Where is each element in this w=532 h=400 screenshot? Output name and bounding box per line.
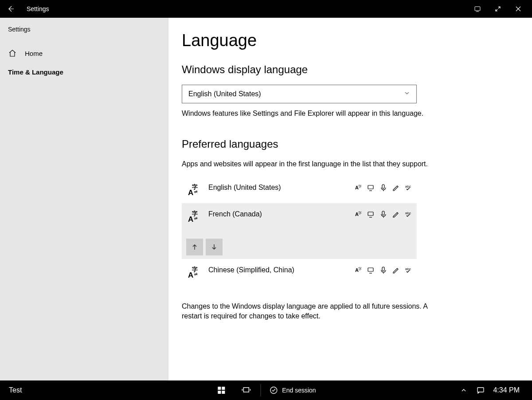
sidebar: Settings Home Time & Language xyxy=(0,18,168,380)
svg-rect-22 xyxy=(368,268,373,271)
text-to-speech-icon xyxy=(367,184,375,192)
section-display-language-title: Windows display language xyxy=(182,63,505,76)
preferred-help: Apps and websites will appear in the fir… xyxy=(182,159,430,169)
language-item-english[interactable]: 字A⇄ English (United States) A字 abc xyxy=(182,176,417,203)
cast-button[interactable] xyxy=(467,0,488,18)
svg-text:abc: abc xyxy=(405,267,411,271)
svg-text:⇄: ⇄ xyxy=(194,272,198,276)
language-glyph-icon: 字A⇄ xyxy=(186,183,200,197)
move-down-button[interactable] xyxy=(206,239,223,255)
svg-text:abc: abc xyxy=(405,184,411,188)
taskbar: Test End session 4:34 PM xyxy=(0,380,532,400)
language-item-chinese[interactable]: 字A⇄ Chinese (Simplified, China) A字 abc xyxy=(182,259,417,286)
footer-note: Changes to the Windows display language … xyxy=(182,302,430,322)
close-button[interactable] xyxy=(508,0,528,18)
notification-icon xyxy=(477,386,485,394)
start-button[interactable] xyxy=(209,380,234,400)
svg-text:abc: abc xyxy=(405,211,411,215)
notifications-button[interactable] xyxy=(472,380,489,400)
taskbar-divider xyxy=(260,384,261,396)
svg-text:A: A xyxy=(188,271,193,279)
language-name: English (United States) xyxy=(208,183,347,192)
cast-icon xyxy=(474,5,481,12)
language-glyph-icon: 字A⇄ xyxy=(186,265,200,279)
svg-rect-31 xyxy=(477,388,484,392)
svg-rect-25 xyxy=(218,387,221,390)
language-name: Chinese (Simplified, China) xyxy=(208,265,347,274)
display-language-icon: A字 xyxy=(355,266,363,274)
preferred-language-list: 字A⇄ English (United States) A字 abc xyxy=(182,176,417,286)
tray-expand-button[interactable] xyxy=(456,380,472,400)
display-language-icon: A字 xyxy=(355,210,363,218)
display-language-dropdown[interactable]: English (United States) xyxy=(182,85,417,103)
maximize-button[interactable] xyxy=(488,0,508,18)
language-glyph-icon: 字A⇄ xyxy=(186,209,200,224)
svg-text:A: A xyxy=(188,215,193,223)
sidebar-item-label: Time & Language xyxy=(8,68,63,76)
taskbar-label: Test xyxy=(9,386,22,394)
chevron-down-icon xyxy=(404,90,410,98)
svg-text:A: A xyxy=(188,188,193,196)
close-icon xyxy=(515,6,521,12)
back-button[interactable] xyxy=(4,2,18,16)
svg-rect-29 xyxy=(243,388,249,392)
move-up-button[interactable] xyxy=(186,239,203,255)
end-session-label: End session xyxy=(282,387,316,394)
language-features: A字 abc xyxy=(355,265,412,274)
svg-text:⇄: ⇄ xyxy=(194,216,198,220)
sidebar-item-time-language[interactable]: Time & Language xyxy=(0,63,168,81)
windows-icon xyxy=(217,386,225,394)
language-features: A字 abc xyxy=(355,183,412,192)
end-session-button[interactable]: End session xyxy=(262,380,323,400)
svg-text:字: 字 xyxy=(358,211,362,215)
language-name: French (Canada) xyxy=(208,209,347,218)
chevron-up-icon xyxy=(461,387,467,393)
language-features: A字 abc xyxy=(355,209,412,218)
svg-rect-0 xyxy=(475,7,480,11)
page-title: Language xyxy=(182,31,505,50)
display-language-icon: A字 xyxy=(355,184,363,192)
arrow-up-icon xyxy=(191,243,198,251)
svg-rect-14 xyxy=(368,212,373,216)
svg-text:⇄: ⇄ xyxy=(194,189,198,194)
dropdown-value: English (United States) xyxy=(188,90,261,98)
text-to-speech-icon xyxy=(367,210,375,218)
display-language-help: Windows features like Settings and File … xyxy=(182,109,430,118)
main-content: Language Windows display language Englis… xyxy=(168,18,532,380)
home-icon xyxy=(8,49,17,58)
task-view-button[interactable] xyxy=(234,380,258,400)
sidebar-item-label: Home xyxy=(25,50,43,57)
svg-rect-27 xyxy=(218,391,221,394)
svg-rect-7 xyxy=(382,184,384,188)
spellcheck-icon: abc xyxy=(404,266,412,274)
sidebar-item-home[interactable]: Home xyxy=(0,43,168,63)
window-titlebar: Settings xyxy=(0,0,532,18)
window-title: Settings xyxy=(27,5,49,12)
handwriting-icon xyxy=(392,210,400,218)
svg-rect-28 xyxy=(222,391,225,394)
maximize-icon xyxy=(495,6,501,12)
task-view-icon xyxy=(241,386,251,394)
speech-icon xyxy=(379,184,387,192)
language-item-french[interactable]: 字A⇄ French (Canada) A字 abc xyxy=(182,203,417,259)
checkmark-circle-icon xyxy=(270,386,278,394)
speech-icon xyxy=(379,210,387,218)
section-preferred-title: Preferred languages xyxy=(182,138,505,150)
arrow-down-icon xyxy=(211,243,218,251)
svg-rect-23 xyxy=(382,267,384,271)
handwriting-icon xyxy=(392,184,400,192)
spellcheck-icon: abc xyxy=(404,210,412,218)
svg-rect-15 xyxy=(382,211,384,215)
taskbar-clock[interactable]: 4:34 PM xyxy=(489,386,523,394)
svg-text:字: 字 xyxy=(358,184,362,188)
content-area: Settings Home Time & Language Language W… xyxy=(0,18,532,380)
spellcheck-icon: abc xyxy=(404,184,412,192)
handwriting-icon xyxy=(392,266,400,274)
text-to-speech-icon xyxy=(367,266,375,274)
arrow-left-icon xyxy=(7,5,14,12)
speech-icon xyxy=(379,266,387,274)
svg-rect-6 xyxy=(368,185,373,189)
svg-rect-26 xyxy=(222,387,225,390)
sidebar-header: Settings xyxy=(0,26,168,43)
svg-text:字: 字 xyxy=(358,267,362,271)
